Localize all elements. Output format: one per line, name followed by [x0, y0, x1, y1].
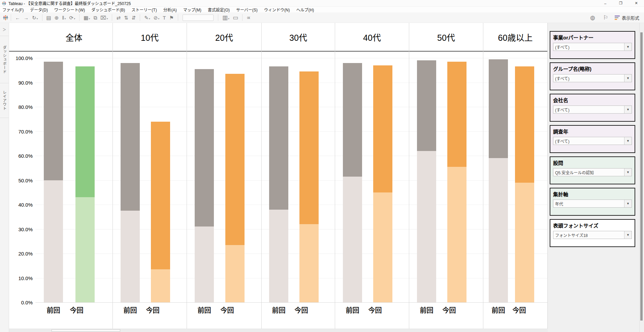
- sort-descending-icon[interactable]: ⇵: [130, 14, 138, 21]
- dropdown-caret-icon[interactable]: ▾: [74, 17, 75, 20]
- chevron-down-icon[interactable]: ▼: [624, 137, 632, 145]
- bar-segment-bottom[interactable]: [515, 183, 534, 302]
- fix-axes-icon[interactable]: ⚑: [168, 14, 175, 21]
- bar-segment-top[interactable]: [121, 63, 140, 211]
- bar-今回[interactable]: [75, 66, 95, 302]
- refresh-data-icon[interactable]: ⟳▾: [68, 14, 77, 21]
- bar-前回[interactable]: [343, 63, 362, 303]
- menu-item[interactable]: ヘルプ(H): [296, 7, 314, 12]
- filter-dropdown[interactable]: (すべて)▼: [553, 74, 632, 82]
- tableau-logo-icon[interactable]: [3, 15, 8, 21]
- bar-今回[interactable]: [225, 74, 245, 302]
- bar-segment-top[interactable]: [75, 66, 95, 197]
- bar-segment-top[interactable]: [44, 62, 63, 180]
- menu-item[interactable]: ウィンドウ(N): [264, 7, 290, 12]
- bar-segment-top[interactable]: [151, 122, 170, 270]
- bar-segment-top[interactable]: [299, 71, 319, 224]
- bar-今回[interactable]: [447, 62, 466, 302]
- filter-dropdown[interactable]: 年代▼: [553, 200, 632, 208]
- filter-dropdown[interactable]: (すべて)▼: [553, 105, 632, 114]
- bar-segment-top[interactable]: [195, 69, 214, 227]
- horizontal-scrollbar[interactable]: [9, 329, 548, 332]
- bar-今回[interactable]: [299, 71, 319, 302]
- forward-icon[interactable]: →: [22, 14, 30, 21]
- bar-segment-top[interactable]: [225, 74, 245, 245]
- bar-segment-top[interactable]: [447, 62, 466, 167]
- close-button[interactable]: ✕: [629, 0, 644, 6]
- restore-button[interactable]: ❐: [613, 0, 629, 6]
- bar-segment-bottom[interactable]: [373, 192, 392, 302]
- dropdown-caret-icon[interactable]: ▾: [65, 17, 66, 20]
- menu-item[interactable]: データ(D): [30, 7, 48, 12]
- toolbar-combobox[interactable]: [183, 14, 214, 21]
- y-axis[interactable]: 100.0%90.0%80.0%70.0%60.0%50.0%40.0%30.0…: [9, 23, 35, 332]
- clear-sheet-icon[interactable]: ⌧▾: [99, 14, 109, 21]
- tab-dashboard[interactable]: ダッシュボード: [0, 36, 9, 83]
- menu-item[interactable]: 書式設定(O): [208, 7, 230, 12]
- bar-前回[interactable]: [44, 62, 63, 302]
- back-icon[interactable]: ←: [13, 14, 22, 21]
- bar-segment-bottom[interactable]: [225, 245, 245, 302]
- bar-segment-top[interactable]: [489, 59, 508, 158]
- dropdown-caret-icon[interactable]: ▾: [37, 17, 38, 20]
- bar-segment-bottom[interactable]: [75, 197, 95, 302]
- bar-今回[interactable]: [515, 66, 534, 302]
- bar-前回[interactable]: [121, 63, 140, 303]
- expand-pane-chevron-icon[interactable]: ＞: [0, 23, 9, 36]
- menu-item[interactable]: サーバー(S): [236, 7, 258, 12]
- bar-segment-top[interactable]: [515, 66, 534, 182]
- dropdown-caret-icon[interactable]: ▾: [228, 17, 229, 20]
- chevron-down-icon[interactable]: ▼: [624, 169, 632, 176]
- data-guide-icon[interactable]: ◍: [588, 14, 597, 22]
- menu-item[interactable]: ダッシュボード(B): [91, 7, 125, 12]
- tab-layout[interactable]: レイアウト: [0, 83, 9, 118]
- menu-item[interactable]: ファイル(F): [2, 7, 24, 12]
- bar-segment-bottom[interactable]: [417, 151, 436, 303]
- menu-item[interactable]: マップ(M): [183, 7, 201, 12]
- vertical-scrollbar-thumb[interactable]: [640, 32, 643, 321]
- format-link-icon[interactable]: ⊘▾: [152, 14, 161, 21]
- new-worksheet-icon[interactable]: ▦▾: [82, 14, 92, 21]
- filter-dropdown[interactable]: Q5.安全ルールの認知▼: [553, 168, 632, 176]
- dropdown-caret-icon[interactable]: ▾: [106, 17, 108, 20]
- minimize-button[interactable]: –: [598, 0, 613, 6]
- duplicate-sheet-icon[interactable]: ⧉: [92, 14, 99, 21]
- bar-segment-top[interactable]: [269, 66, 288, 209]
- bar-segment-bottom[interactable]: [299, 224, 319, 302]
- swap-rows-columns-icon[interactable]: ⇄: [115, 14, 122, 21]
- bar-segment-bottom[interactable]: [121, 211, 140, 302]
- chevron-down-icon[interactable]: ▼: [624, 74, 632, 82]
- bar-segment-bottom[interactable]: [44, 180, 63, 303]
- sort-ascending-icon[interactable]: ⇅: [122, 14, 130, 21]
- bar-前回[interactable]: [489, 59, 508, 302]
- dropdown-caret-icon[interactable]: ▾: [158, 17, 159, 20]
- filter-dropdown[interactable]: (すべて)▼: [553, 43, 632, 51]
- filter-dropdown[interactable]: フォントサイズ18▼: [553, 231, 632, 239]
- bar-segment-bottom[interactable]: [269, 210, 288, 303]
- device-preview-icon[interactable]: ▥▾: [221, 14, 231, 22]
- dropdown-caret-icon[interactable]: ▾: [89, 17, 90, 20]
- bar-segment-bottom[interactable]: [447, 167, 466, 302]
- presentation-mode-icon[interactable]: ▭: [231, 14, 240, 22]
- text-label-icon[interactable]: T: [161, 14, 167, 21]
- chevron-down-icon[interactable]: ▼: [624, 200, 632, 207]
- vertical-scrollbar[interactable]: [639, 23, 643, 332]
- redo-icon[interactable]: ↻▾: [30, 14, 40, 21]
- show-me-button[interactable]: 表示形式: [615, 14, 641, 21]
- chevron-down-icon[interactable]: ▼: [624, 231, 632, 239]
- highlight-icon[interactable]: ✎▾: [142, 14, 152, 21]
- chevron-down-icon[interactable]: ▼: [624, 43, 632, 51]
- bar-segment-top[interactable]: [373, 65, 392, 192]
- bar-前回[interactable]: [269, 66, 288, 302]
- menu-item[interactable]: 分析(A): [163, 7, 177, 12]
- tooltip-mode-icon[interactable]: ⚐: [602, 14, 610, 22]
- dropdown-caret-icon[interactable]: ▾: [149, 17, 150, 20]
- bar-segment-bottom[interactable]: [151, 269, 170, 302]
- bar-今回[interactable]: [373, 65, 392, 302]
- save-icon[interactable]: ▤: [45, 14, 53, 21]
- bar-segment-bottom[interactable]: [489, 158, 508, 302]
- bar-segment-bottom[interactable]: [195, 227, 214, 302]
- menu-item[interactable]: ストーリー(T): [131, 7, 157, 12]
- bar-segment-bottom[interactable]: [343, 177, 362, 302]
- bar-segment-top[interactable]: [417, 60, 436, 151]
